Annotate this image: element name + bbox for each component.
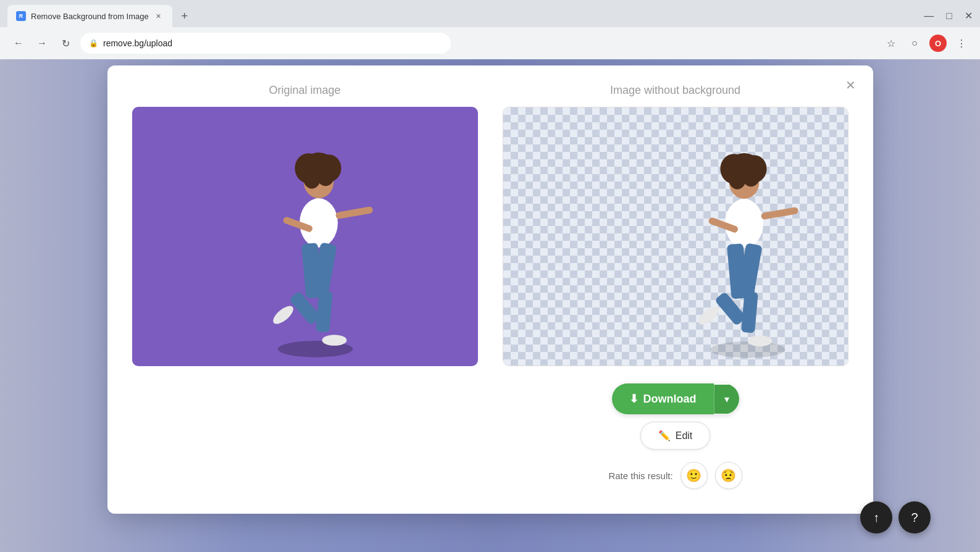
modal-close-button[interactable]: ✕: [842, 77, 860, 94]
svg-point-2: [299, 198, 338, 248]
svg-point-17: [710, 341, 785, 358]
processed-person-svg: [613, 107, 848, 366]
original-image: [132, 107, 478, 366]
help-icon: ?: [911, 511, 918, 525]
back-button[interactable]: ←: [10, 35, 27, 52]
close-button[interactable]: ✕: [965, 11, 973, 21]
original-person-svg: [188, 107, 422, 366]
edit-label: Edit: [676, 430, 693, 441]
download-icon: ⬇: [629, 392, 639, 406]
new-tab-button[interactable]: +: [176, 7, 193, 25]
url-text: remove.bg/upload: [103, 38, 172, 48]
edit-button[interactable]: ✏️ Edit: [640, 422, 711, 450]
download-main-button[interactable]: ⬇ Download: [612, 383, 714, 414]
menu-button[interactable]: ⋮: [953, 35, 970, 52]
svg-rect-25: [760, 207, 798, 220]
maximize-button[interactable]: □: [946, 11, 952, 21]
svg-point-24: [725, 199, 763, 248]
svg-point-23: [741, 162, 760, 186]
tab-close-button[interactable]: ✕: [154, 11, 164, 21]
title-bar: R Remove Background from Image ✕ + — □ ✕: [0, 0, 980, 27]
dropdown-icon: ▾: [724, 393, 729, 405]
lock-icon: 🔒: [89, 39, 98, 48]
download-button-group: ⬇ Download ▾: [612, 383, 739, 414]
minimize-button[interactable]: —: [924, 11, 934, 21]
browser-tab[interactable]: R Remove Background from Image ✕: [7, 5, 172, 27]
svg-point-16: [322, 335, 346, 346]
upload-float-button[interactable]: ↑: [860, 501, 892, 533]
floating-buttons: ↑ ?: [860, 501, 931, 533]
tab-favicon: R: [16, 11, 26, 21]
happy-icon: 🙂: [686, 468, 701, 483]
profile-button[interactable]: O: [929, 35, 947, 52]
rate-happy-button[interactable]: 🙂: [681, 462, 708, 489]
download-dropdown-button[interactable]: ▾: [714, 385, 739, 414]
svg-point-32: [747, 335, 772, 346]
window-controls: — □ ✕: [924, 11, 973, 21]
tab-title: Remove Background from Image: [31, 12, 149, 21]
original-column: Original image: [132, 84, 478, 366]
upload-icon: ↑: [873, 511, 879, 525]
forward-button[interactable]: →: [33, 35, 51, 52]
modal-overlay: ✕ Original image: [0, 59, 980, 552]
processed-label: Image without background: [503, 84, 848, 97]
rate-sad-button[interactable]: 😟: [715, 462, 742, 489]
processed-image: [503, 107, 848, 366]
rate-section: Rate this result: 🙂 😟: [608, 462, 742, 489]
browser-chrome: R Remove Background from Image ✕ + — □ ✕…: [0, 0, 980, 59]
modal-columns: Original image: [132, 84, 848, 489]
help-float-button[interactable]: ?: [898, 501, 931, 533]
action-buttons: ⬇ Download ▾ ✏️ Edit Rate t: [503, 383, 848, 489]
url-bar[interactable]: 🔒 remove.bg/upload: [80, 33, 451, 54]
webpage: ✕ Original image: [0, 59, 980, 552]
reload-button[interactable]: ↻: [57, 35, 74, 52]
bookmark-button[interactable]: ☆: [882, 35, 900, 52]
result-modal: ✕ Original image: [107, 65, 873, 514]
download-label: Download: [643, 393, 697, 406]
browser-actions: ☆ ○ O ⋮: [882, 35, 970, 52]
edit-icon: ✏️: [658, 430, 671, 441]
sad-icon: 😟: [721, 468, 736, 483]
address-bar: ← → ↻ 🔒 remove.bg/upload ☆ ○ O ⋮: [0, 27, 980, 59]
original-label: Original image: [132, 84, 478, 97]
svg-point-8: [316, 161, 335, 186]
processed-column: Image without background: [503, 84, 848, 489]
svg-point-31: [695, 304, 721, 328]
account-circle-icon[interactable]: ○: [906, 35, 923, 52]
rate-label: Rate this result:: [608, 470, 672, 481]
